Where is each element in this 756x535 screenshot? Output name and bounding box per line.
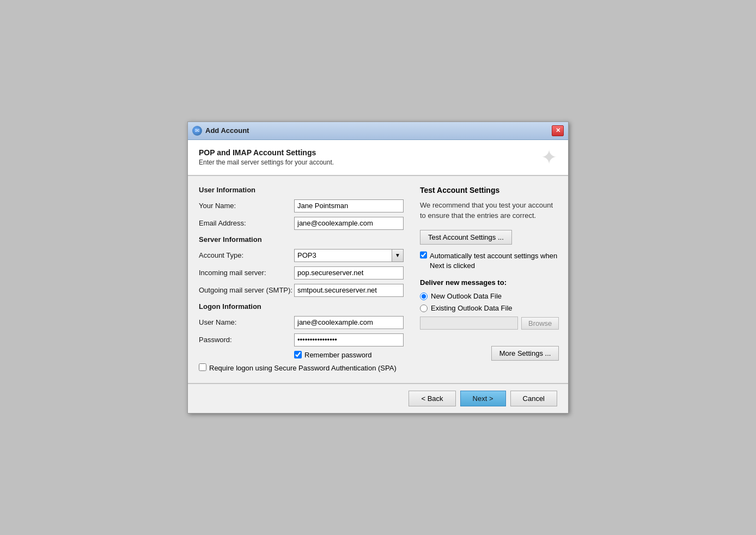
server-info-header: Server Information	[199, 235, 404, 244]
email-address-label: Email Address:	[199, 219, 294, 227]
new-outlook-label: New Outlook Data File	[431, 292, 502, 300]
remember-password-row: Remember password	[294, 351, 404, 359]
incoming-mail-label: Incoming mail server:	[199, 269, 294, 277]
account-type-label: Account Type:	[199, 251, 294, 259]
existing-file-input[interactable]	[420, 317, 518, 330]
auto-test-label: Automatically test account settings when…	[430, 251, 559, 271]
back-button[interactable]: < Back	[409, 391, 455, 406]
title-bar: ✉ Add Account ✕	[188, 122, 568, 140]
logon-info-header: Logon Information	[199, 302, 404, 311]
right-panel: Test Account Settings We recommend that …	[420, 186, 559, 373]
user-name-input[interactable]	[294, 316, 404, 329]
your-name-row: Your Name:	[199, 199, 404, 212]
existing-outlook-radio[interactable]	[420, 305, 428, 312]
header-section: POP and IMAP Account Settings Enter the …	[188, 140, 568, 175]
next-button[interactable]: Next >	[460, 391, 506, 406]
incoming-mail-row: Incoming mail server:	[199, 266, 404, 279]
remember-password-label: Remember password	[304, 351, 372, 359]
account-type-dropdown[interactable]: ▼	[392, 249, 404, 262]
user-name-label: User Name:	[199, 318, 294, 326]
email-address-row: Email Address:	[199, 217, 404, 230]
outgoing-mail-label: Outgoing mail server (SMTP):	[199, 286, 294, 294]
left-panel: User Information Your Name: Email Addres…	[199, 186, 404, 373]
account-type-input[interactable]	[294, 249, 392, 262]
spa-checkbox[interactable]	[199, 363, 206, 371]
your-name-label: Your Name:	[199, 202, 294, 210]
password-label: Password:	[199, 336, 294, 344]
more-settings-row: More Settings ...	[420, 346, 559, 361]
cancel-button[interactable]: Cancel	[510, 391, 557, 406]
header-main-title: POP and IMAP Account Settings	[199, 148, 334, 157]
main-content: User Information Your Name: Email Addres…	[188, 176, 568, 383]
footer: < Back Next > Cancel	[188, 384, 568, 413]
cursor-icon: ✦	[541, 148, 557, 167]
browse-button[interactable]: Browse	[521, 317, 559, 330]
outgoing-mail-input[interactable]	[294, 284, 404, 297]
app-icon: ✉	[192, 126, 202, 136]
incoming-mail-input[interactable]	[294, 266, 404, 279]
test-account-settings-button[interactable]: Test Account Settings ...	[420, 230, 512, 245]
deliver-title: Deliver new messages to:	[420, 278, 559, 287]
existing-file-row: Browse	[420, 317, 559, 330]
auto-test-checkbox[interactable]	[420, 251, 427, 259]
account-type-wrapper: ▼	[294, 249, 404, 262]
new-outlook-radio[interactable]	[420, 293, 428, 300]
password-input[interactable]	[294, 333, 404, 346]
email-address-input[interactable]	[294, 217, 404, 230]
spa-label: Require logon using Secure Password Auth…	[209, 363, 397, 373]
header-titles: POP and IMAP Account Settings Enter the …	[199, 148, 334, 166]
title-bar-left: ✉ Add Account	[192, 126, 249, 136]
your-name-input[interactable]	[294, 199, 404, 212]
test-description: We recommend that you test your account …	[420, 200, 559, 221]
test-section-title: Test Account Settings	[420, 186, 559, 194]
auto-test-row: Automatically test account settings when…	[420, 251, 559, 271]
existing-outlook-label: Existing Outlook Data File	[431, 304, 513, 312]
spa-row: Require logon using Secure Password Auth…	[199, 363, 404, 373]
account-type-row: Account Type: ▼	[199, 249, 404, 262]
remember-password-checkbox[interactable]	[294, 351, 302, 358]
header-sub-title: Enter the mail server settings for your …	[199, 159, 334, 166]
close-button[interactable]: ✕	[552, 125, 564, 136]
user-name-row: User Name:	[199, 316, 404, 329]
new-outlook-row: New Outlook Data File	[420, 292, 559, 300]
password-row: Password:	[199, 333, 404, 346]
existing-outlook-row: Existing Outlook Data File	[420, 304, 559, 312]
outgoing-mail-row: Outgoing mail server (SMTP):	[199, 284, 404, 297]
main-window: ✉ Add Account ✕ POP and IMAP Account Set…	[187, 121, 569, 414]
window-title: Add Account	[205, 126, 249, 135]
more-settings-button[interactable]: More Settings ...	[491, 346, 559, 361]
user-info-header: User Information	[199, 186, 404, 194]
